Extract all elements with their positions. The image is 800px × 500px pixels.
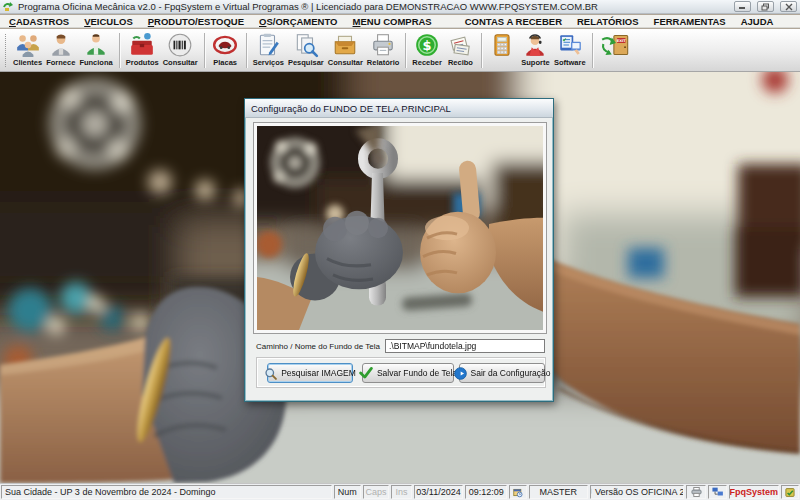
software-icon xyxy=(557,31,583,58)
background-preview-frame xyxy=(253,122,547,334)
status-location: Sua Cidade - UP 3 de Novembro de 2024 - … xyxy=(1,485,332,499)
toolbar-separator xyxy=(119,33,120,68)
car-plate-icon xyxy=(212,31,238,58)
receipt-icon xyxy=(447,31,473,58)
menubar: CADASTROS VEICULOS PRODUTO/ESTOQUE OS/OR… xyxy=(0,15,800,28)
exit-door-icon: EXIT xyxy=(599,31,633,58)
exit-config-button[interactable]: Sair da Configuração xyxy=(459,363,545,383)
toolbar-grip xyxy=(5,34,9,67)
toolbar-recibo[interactable]: Recibo xyxy=(444,30,477,71)
toolbar: Clientes Fornece Funciona Produtos Consu… xyxy=(0,29,800,72)
menu-os-orcamento[interactable]: OS/ORÇAMENTO xyxy=(259,16,337,27)
status-user: MASTER xyxy=(529,485,588,499)
clipboard-icon xyxy=(255,31,281,58)
toolbar-separator xyxy=(481,33,482,68)
status-caps: Caps xyxy=(363,485,390,499)
toolbar-fornece[interactable]: Fornece xyxy=(44,30,77,71)
dialog-button-group: Pesquisar IMAGEM Salvar Fundo de Tela Sa… xyxy=(256,357,546,388)
printer-icon[interactable] xyxy=(686,485,705,499)
path-row: Caminho / Nome do Fundo de Tela xyxy=(256,339,545,353)
dialog-title: Configuração do FUNDO DE TELA PRINCIPAL xyxy=(251,103,451,114)
computer-icon xyxy=(590,487,592,497)
dialog-titlebar[interactable]: Configuração do FUNDO DE TELA PRINCIPAL xyxy=(245,99,553,118)
toolbar-relatorio[interactable]: Relatório xyxy=(365,30,402,71)
drawer-icon xyxy=(332,31,358,58)
barcode-icon xyxy=(167,31,193,58)
employee-icon xyxy=(83,31,109,58)
toolbar-produtos[interactable]: Produtos xyxy=(124,30,161,71)
toolbar-consultar-produto[interactable]: Consultar xyxy=(161,30,200,71)
clients-icon xyxy=(15,31,41,58)
toolbar-pesquisar[interactable]: Pesquisar xyxy=(286,30,326,71)
toolbar-calculadora[interactable] xyxy=(486,30,519,71)
search-image-button[interactable]: Pesquisar IMAGEM xyxy=(267,363,353,383)
status-brand: FpqSystem xyxy=(729,485,779,499)
close-button[interactable] xyxy=(780,1,797,12)
menu-compras[interactable]: MENU COMPRAS xyxy=(353,16,432,27)
toolbar-separator xyxy=(592,33,593,68)
blue-arrow-icon xyxy=(454,367,467,380)
printer-icon xyxy=(370,31,396,58)
titlebar: Programa Oficina Mecânica v2.0 - FpqSyst… xyxy=(0,0,800,14)
menu-relatorios[interactable]: RELATÓRIOS xyxy=(577,16,639,27)
svg-text:$: $ xyxy=(423,37,432,52)
menu-cadastros[interactable]: CADASTROS xyxy=(9,16,69,27)
dollar-coin-icon: $ xyxy=(414,31,440,58)
minimize-button[interactable] xyxy=(734,1,751,12)
application-window: Programa Oficina Mecânica v2.0 - FpqSyst… xyxy=(0,0,800,500)
menu-contas-a-receber[interactable]: CONTAS A RECEBER xyxy=(465,16,562,27)
status-num: Num xyxy=(334,485,361,499)
menu-ajuda[interactable]: AJUDA xyxy=(741,16,774,27)
support-icon xyxy=(522,31,548,58)
magnifier-icon xyxy=(264,367,277,380)
toolbox-icon xyxy=(129,31,155,58)
session-icon xyxy=(781,485,799,499)
status-version: Versão OS OFICINA 2.0 xyxy=(590,485,685,499)
toolbar-separator xyxy=(405,33,406,68)
path-label: Caminho / Nome do Fundo de Tela xyxy=(256,342,380,351)
network-icon[interactable] xyxy=(708,485,727,499)
toolbar-separator xyxy=(204,33,205,68)
restore-button[interactable] xyxy=(757,1,774,12)
toolbar-placas[interactable]: Placas xyxy=(209,30,242,71)
toolbar-clientes[interactable]: Clientes xyxy=(11,30,44,71)
toolbar-receber[interactable]: $ Receber xyxy=(410,30,444,71)
status-ins: Ins xyxy=(391,485,411,499)
toolbar-servicos[interactable]: Serviços xyxy=(251,30,286,71)
statusbar: Sua Cidade - UP 3 de Novembro de 2024 - … xyxy=(0,483,800,500)
window-title: Programa Oficina Mecânica v2.0 - FpqSyst… xyxy=(18,1,728,12)
green-check-icon xyxy=(359,367,373,379)
menu-ferramentas[interactable]: FERRAMENTAS xyxy=(654,16,726,27)
toolbar-funciona[interactable]: Funciona xyxy=(77,30,114,71)
toolbar-sair[interactable]: EXIT xyxy=(597,30,635,71)
calculator-icon xyxy=(489,31,515,58)
save-background-button[interactable]: Salvar Fundo de Tela xyxy=(362,363,454,383)
menu-produto-estoque[interactable]: PRODUTO/ESTOQUE xyxy=(148,16,244,27)
supplier-icon xyxy=(48,31,74,58)
toolbar-suporte[interactable]: Suporte xyxy=(519,30,552,71)
status-time: 09:12:09 xyxy=(465,485,507,499)
calendar-clock-icon xyxy=(509,485,526,499)
svg-text:EXIT: EXIT xyxy=(616,38,626,42)
toolbar-separator xyxy=(246,33,247,68)
config-dialog: Configuração do FUNDO DE TELA PRINCIPAL xyxy=(244,98,554,402)
status-date: 03/11/2024 xyxy=(414,485,464,499)
menu-veiculos[interactable]: VEICULOS xyxy=(84,16,133,27)
toolbar-consultar-os[interactable]: Consultar xyxy=(326,30,365,71)
path-input[interactable] xyxy=(385,339,545,353)
toolbar-software[interactable]: Software xyxy=(552,30,588,71)
background-preview-image xyxy=(257,126,543,330)
search-docs-icon xyxy=(293,31,319,58)
app-icon xyxy=(3,1,14,12)
